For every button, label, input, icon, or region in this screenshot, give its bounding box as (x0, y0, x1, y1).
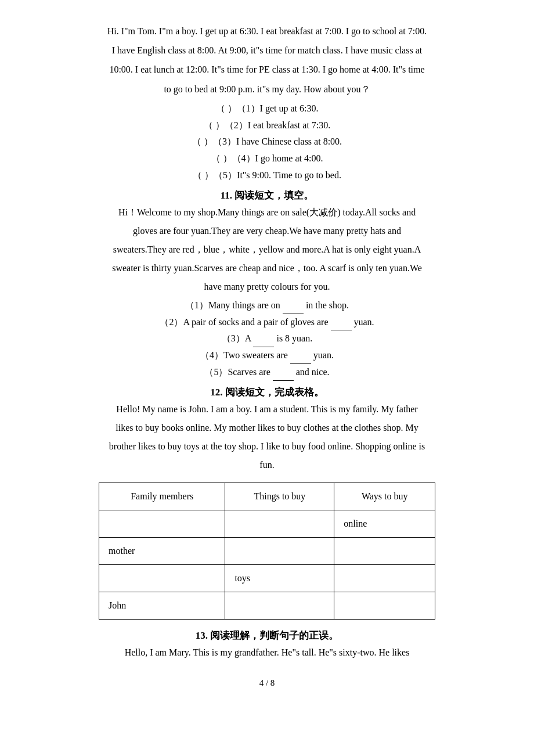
s12-p2: likes to buy books online. My mother lik… (35, 420, 499, 436)
cell-r2-c2 (225, 537, 334, 564)
passage1-line2: I have English class at 8:00. At 9:00, i… (35, 42, 499, 58)
cell-r3-c1 (99, 564, 225, 592)
page-number: 4 / 8 (259, 678, 275, 687)
table-row: online (99, 510, 435, 537)
s11-p1: Hi！Welcome to my shop.Many things are on… (35, 204, 499, 221)
s11-q1: （1）Many things are on in the shop. (35, 297, 499, 314)
cell-r3-c3 (334, 564, 435, 592)
section11-block: 11. 阅读短文，填空。 Hi！Welcome to my shop.Many … (35, 189, 499, 381)
s13-p1: Hello, I am Mary. This is my grandfather… (35, 645, 499, 661)
blank2 (331, 330, 352, 330)
s12-p4: fun. (35, 457, 499, 473)
s11-p2: gloves are four yuan.They are very cheap… (35, 223, 499, 239)
passage1-line4: to go to bed at 9:00 p.m. it"s my day. H… (35, 81, 499, 97)
table-row: mother (99, 537, 435, 564)
s11-q2: （2）A pair of socks and a pair of gloves … (35, 314, 499, 331)
cell-r3-c2: toys (225, 564, 334, 592)
col-header-things: Things to buy (225, 483, 334, 510)
cell-r2-c3 (334, 537, 435, 564)
cell-r1-c1 (99, 510, 225, 537)
col-header-family: Family members (99, 483, 225, 510)
cell-r4-c2 (225, 592, 334, 619)
q1-4: （ ）（4）I go home at 4:00. (35, 150, 499, 167)
page-footer: 4 / 8 (35, 678, 499, 688)
cell-r1-c3: online (334, 510, 435, 537)
s11-q5: （5）Scarves are and nice. (35, 364, 499, 381)
q1-2: （ ）（2）I eat breakfast at 7:30. (35, 117, 499, 134)
s11-q3: （3）A is 8 yuan. (35, 330, 499, 347)
s11-p3: sweaters.They are red，blue，white，yellow … (35, 242, 499, 258)
table-container: Family members Things to buy Ways to buy… (99, 483, 435, 620)
passage1-block: Hi. I"m Tom. I"m a boy. I get up at 6:30… (35, 23, 499, 97)
col-header-ways: Ways to buy (334, 483, 435, 510)
cell-r1-c2 (225, 510, 334, 537)
q1-3: （ ）（3）I have Chinese class at 8:00. (35, 134, 499, 150)
blank5 (273, 380, 294, 381)
passage1-line3: 10:00. I eat lunch at 12:00. It"s time f… (35, 62, 499, 77)
s12-p3: brother likes to buy toys at the toy sho… (35, 438, 499, 455)
section12-title: 12. 阅读短文，完成表格。 (35, 386, 499, 399)
section12-block: 12. 阅读短文，完成表格。 Hello! My name is John. I… (35, 386, 499, 620)
section11-title: 11. 阅读短文，填空。 (35, 189, 499, 202)
q1-5: （ ）（5）It"s 9:00. Time to go to bed. (35, 167, 499, 184)
s12-p1: Hello! My name is John. I am a boy. I am… (35, 401, 499, 417)
cell-r2-c1: mother (99, 537, 225, 564)
table-header-row: Family members Things to buy Ways to buy (99, 483, 435, 510)
table-row: toys (99, 564, 435, 592)
family-table: Family members Things to buy Ways to buy… (99, 483, 435, 620)
s11-p4: sweater is thirty yuan.Scarves are cheap… (35, 260, 499, 276)
cell-r4-c3 (334, 592, 435, 619)
section13-block: 13. 阅读理解，判断句子的正误。 Hello, I am Mary. This… (35, 629, 499, 661)
page-content: Hi. I"m Tom. I"m a boy. I get up at 6:30… (35, 23, 499, 688)
table-row: John (99, 592, 435, 619)
section13-title: 13. 阅读理解，判断句子的正误。 (35, 629, 499, 642)
q1-1: （ ）（1）I get up at 6:30. (35, 100, 499, 117)
s11-p5: have many pretty colours for you. (35, 279, 499, 295)
cell-r4-c1: John (99, 592, 225, 619)
passage1-line1: Hi. I"m Tom. I"m a boy. I get up at 6:30… (35, 23, 499, 39)
questions1-block: （ ）（1）I get up at 6:30. （ ）（2）I eat brea… (35, 100, 499, 184)
s11-q4: （4）Two sweaters are yuan. (35, 347, 499, 364)
